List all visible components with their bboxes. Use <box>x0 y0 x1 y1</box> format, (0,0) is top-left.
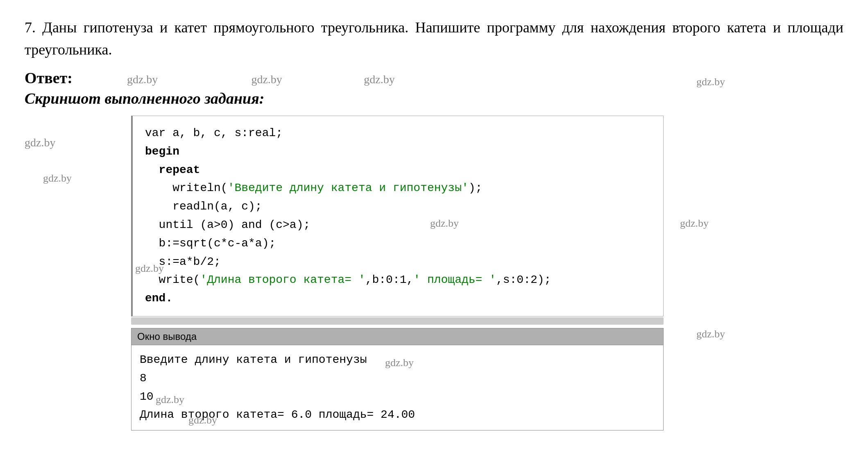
code-line-8: s:=a*b/2; <box>145 253 651 271</box>
code-line-9: write('Длина второго катета= ',b:0:1,' п… <box>145 271 651 289</box>
screenshot-label: Скриншот выполненного задания: <box>25 89 843 107</box>
task-text: 7. Даны гипотенуза и катет прямоугольног… <box>25 16 843 61</box>
watermark-left: gdz.by <box>25 136 55 149</box>
code-line-1: var a, b, c, s:real; <box>145 124 651 143</box>
code-line-5: readln(a, c); <box>145 198 651 216</box>
watermark-top-right: gdz.by <box>696 76 725 88</box>
code-line-4: writeln('Введите длину катета и гипотену… <box>145 179 651 198</box>
code-line-6: until (a>0) and (c>a); <box>145 216 651 235</box>
task-number: 7. <box>25 19 36 36</box>
output-line-3: 10 <box>140 388 655 406</box>
output-line-2: 8 <box>140 369 655 388</box>
code-line-2: begin <box>145 143 651 161</box>
watermark-out3: gdz.by <box>188 414 217 426</box>
watermark-right1: gdz.by <box>696 328 725 340</box>
code-panel: var a, b, c, s:real; begin repeat writel… <box>131 116 664 317</box>
output-panel-header: Окно вывода <box>131 328 664 345</box>
scrollbar[interactable] <box>131 317 664 325</box>
watermark-out2: gdz.by <box>156 394 184 406</box>
watermark-out1: gdz.by <box>385 357 414 369</box>
page-container: 7. Даны гипотенуза и катет прямоугольног… <box>0 0 868 460</box>
code-line-7: b:=sqrt(c*c-a*a); <box>145 235 651 253</box>
watermark-mid3: gdz.by <box>135 262 164 275</box>
task-description: Даны гипотенуза и катет прямоугольного т… <box>25 19 843 58</box>
watermark-mid1: gdz.by <box>430 217 459 230</box>
watermark-mid2: gdz.by <box>680 217 709 230</box>
code-output-wrapper: var a, b, c, s:real; begin repeat writel… <box>131 116 664 430</box>
code-line-10: end. <box>145 289 651 308</box>
watermark-left2: gdz.by <box>43 172 72 184</box>
code-line-3: repeat <box>145 161 651 180</box>
